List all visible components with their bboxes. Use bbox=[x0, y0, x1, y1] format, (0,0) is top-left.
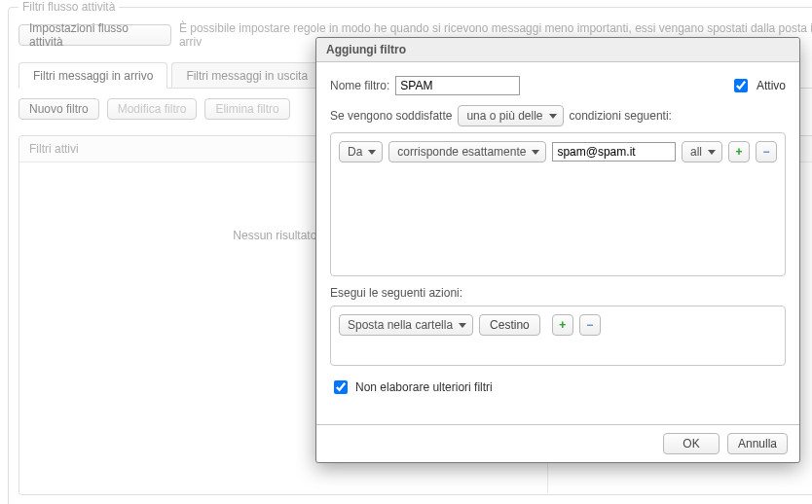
active-checkbox[interactable] bbox=[734, 79, 748, 92]
add-condition-button[interactable]: + bbox=[728, 141, 750, 162]
cancel-button[interactable]: Annulla bbox=[727, 433, 788, 454]
actions-label: Esegui le seguenti azioni: bbox=[330, 286, 786, 300]
remove-condition-button[interactable]: − bbox=[756, 141, 777, 162]
filter-name-label: Nome filtro: bbox=[330, 79, 389, 92]
dialog-title: Aggiungi filtro bbox=[316, 38, 799, 62]
remove-action-button[interactable]: − bbox=[579, 314, 601, 336]
action-target-button[interactable]: Cestino bbox=[479, 314, 540, 336]
filter-name-input[interactable] bbox=[395, 76, 520, 95]
condition-match-select[interactable]: all bbox=[682, 141, 722, 162]
action-row: Sposta nella cartella Cestino + − bbox=[339, 314, 777, 336]
condition-value-input[interactable] bbox=[552, 142, 676, 162]
dialog-footer: OK Annulla bbox=[316, 424, 799, 462]
ok-button[interactable]: OK bbox=[663, 433, 720, 454]
condition-field-select[interactable]: Da bbox=[339, 141, 383, 162]
chevron-down-icon bbox=[459, 323, 466, 328]
chevron-down-icon bbox=[708, 150, 716, 155]
chevron-down-icon bbox=[549, 114, 557, 119]
action-type-value: Sposta nella cartella bbox=[348, 318, 453, 332]
stop-processing-label: Non elaborare ulteriori filtri bbox=[355, 380, 493, 394]
stop-processing-checkbox[interactable] bbox=[334, 380, 348, 394]
satisfy-after-text: condizioni seguenti: bbox=[570, 109, 672, 123]
condition-op-value: corrisponde esattamente bbox=[397, 145, 526, 159]
plus-icon: + bbox=[559, 318, 566, 332]
minus-icon: − bbox=[586, 318, 593, 332]
satisfy-before-text: Se vengono soddisfatte bbox=[330, 109, 452, 123]
condition-row: Da corrisponde esattamente all + − bbox=[339, 141, 777, 162]
chevron-down-icon bbox=[368, 150, 376, 155]
conditions-box: Da corrisponde esattamente all + − bbox=[330, 132, 786, 276]
chevron-down-icon bbox=[532, 150, 539, 155]
minus-icon: − bbox=[762, 145, 769, 159]
actions-box: Sposta nella cartella Cestino + − bbox=[330, 306, 786, 366]
condition-field-value: Da bbox=[348, 145, 362, 159]
active-label: Attivo bbox=[757, 79, 786, 92]
condition-match-value: all bbox=[690, 145, 702, 159]
satisfy-select[interactable]: una o più delle bbox=[458, 105, 563, 126]
plus-icon: + bbox=[735, 145, 742, 159]
condition-op-select[interactable]: corrisponde esattamente bbox=[388, 141, 546, 162]
satisfy-select-value: una o più delle bbox=[466, 109, 542, 123]
add-filter-dialog: Aggiungi filtro Nome filtro: Attivo Se v… bbox=[315, 37, 800, 463]
action-type-select[interactable]: Sposta nella cartella bbox=[339, 314, 473, 336]
add-action-button[interactable]: + bbox=[552, 314, 573, 336]
